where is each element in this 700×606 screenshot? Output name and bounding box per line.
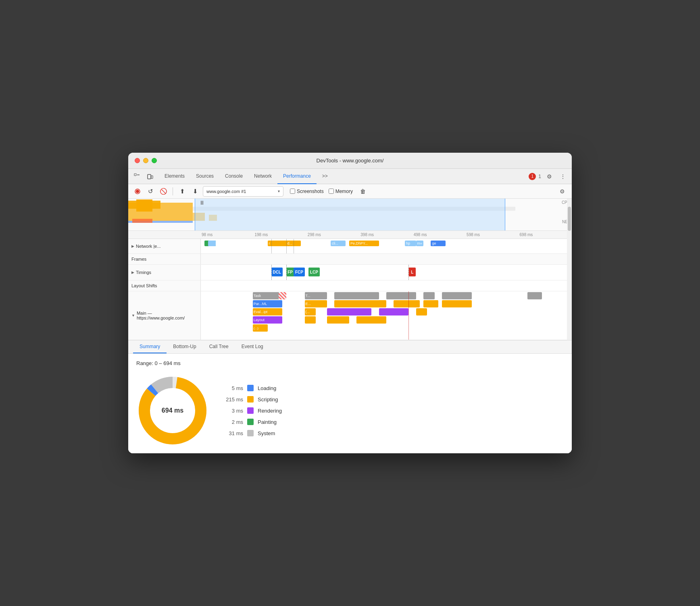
timing-lcp: LCP xyxy=(308,268,320,276)
network-track-content: r d... cli... Pe,DhPY... hp m= ge xyxy=(201,239,572,253)
frames-track-content xyxy=(201,254,572,264)
minimize-button[interactable] xyxy=(143,158,148,163)
memory-checkbox[interactable] xyxy=(329,189,334,194)
timing-dcl: DCL xyxy=(271,268,283,276)
network-track-label[interactable]: ▶ Network |e... xyxy=(128,239,201,253)
legend-rendering: 3 ms Rendering xyxy=(225,407,282,414)
task-gray-4 xyxy=(423,292,435,299)
timeline-container: ⏸ CPU NET 98 ms 198 ms 298 ms 398 ms 498… xyxy=(128,199,572,340)
legend-painting-swatch xyxy=(247,419,254,425)
tick-2: 298 ms xyxy=(307,232,360,237)
tab-console[interactable]: Console xyxy=(219,169,248,184)
tab-event-log[interactable]: Event Log xyxy=(235,340,270,353)
url-box: www.google.com #1 ▾ xyxy=(203,186,283,197)
tick-1: 198 ms xyxy=(254,232,306,237)
tick-0: 98 ms xyxy=(201,232,254,237)
network-bar-6: Pe,DhPY... xyxy=(349,241,379,246)
url-dropdown-arrow[interactable]: ▾ xyxy=(278,189,280,193)
network-label: Network |e... xyxy=(136,244,161,249)
svg-point-5 xyxy=(136,190,139,193)
tab-sources[interactable]: Sources xyxy=(190,169,219,184)
tab-bar-right: 1 1 ⚙ ⋮ xyxy=(529,171,569,182)
task-yellow-4 xyxy=(423,300,438,307)
tab-more[interactable]: >> xyxy=(317,169,333,184)
tab-performance[interactable]: Performance xyxy=(277,169,317,184)
task-gray-6 xyxy=(527,292,542,299)
record-button[interactable] xyxy=(132,186,143,197)
legend-scripting-label: Scripting xyxy=(258,396,278,403)
donut-chart: 694 ms xyxy=(136,374,209,447)
legend-loading-swatch xyxy=(247,385,254,391)
network-bar-8: m= xyxy=(416,241,423,246)
svg-rect-3 xyxy=(151,176,153,178)
legend-loading-value: 5 ms xyxy=(225,385,243,391)
inspect-icon[interactable] xyxy=(131,171,143,182)
maximize-button[interactable] xyxy=(152,158,157,163)
frames-track-row: Frames xyxy=(128,254,572,265)
memory-label: Memory xyxy=(335,189,353,194)
screenshots-label: Screenshots xyxy=(297,189,324,194)
legend-scripting: 215 ms Scripting xyxy=(225,396,282,403)
toolbar-right: ⚙ xyxy=(556,186,568,197)
timings-expand-arrow[interactable]: ▶ xyxy=(131,270,134,274)
main-track-label[interactable]: ▼ Main — https://www.google.com/ xyxy=(128,291,201,340)
timings-track-label[interactable]: ▶ Timings xyxy=(128,265,201,280)
title-bar: DevTools - www.google.com/ xyxy=(128,153,572,169)
main-expand-arrow[interactable]: ▼ xyxy=(131,313,135,318)
task-small-1 xyxy=(305,316,316,324)
download-button[interactable]: ⬇ xyxy=(190,186,200,197)
network-bar-2 xyxy=(208,241,215,246)
tick-6: 698 ms xyxy=(519,232,572,237)
timing-fp: FP xyxy=(286,268,294,276)
delete-recordings-button[interactable]: 🗑 xyxy=(358,186,368,197)
summary-panel: Range: 0 – 694 ms xyxy=(128,354,572,453)
timeline-scrollbar[interactable] xyxy=(567,199,572,340)
minimap-selection[interactable] xyxy=(195,199,505,230)
task-purple-1 xyxy=(327,308,371,315)
svg-rect-13 xyxy=(132,219,152,223)
upload-button[interactable]: ⬆ xyxy=(177,186,188,197)
task-yellow-5 xyxy=(442,300,472,307)
bottom-panel: Summary Bottom-Up Call Tree Event Log Ra… xyxy=(128,340,572,453)
legend: 5 ms Loading 215 ms Scripting 3 ms xyxy=(225,385,282,436)
timeline-scrollbar-thumb[interactable] xyxy=(568,207,571,231)
tab-call-tree[interactable]: Call Tree xyxy=(203,340,235,353)
time-ruler-content: 98 ms 198 ms 298 ms 398 ms 498 ms 598 ms… xyxy=(201,232,572,237)
tick-3: 398 ms xyxy=(360,232,412,237)
settings-icon[interactable]: ⚙ xyxy=(544,171,555,182)
pause-marker: ⏸ xyxy=(199,199,205,206)
tab-summary[interactable]: Summary xyxy=(133,340,167,353)
memory-checkbox-label[interactable]: Memory xyxy=(329,189,353,194)
network-expand-arrow[interactable]: ▶ xyxy=(131,244,134,248)
reload-record-button[interactable]: ↺ xyxy=(145,186,156,197)
tab-bottom-up[interactable]: Bottom-Up xyxy=(167,340,202,353)
screenshots-checkbox[interactable] xyxy=(290,189,295,194)
svg-rect-2 xyxy=(148,174,151,179)
tab-network[interactable]: Network xyxy=(248,169,277,184)
timings-label: Timings xyxy=(136,270,151,275)
task-small-3 xyxy=(356,316,386,324)
network-bar-7: hp xyxy=(405,241,416,246)
layout-track-content xyxy=(201,280,572,291)
screenshots-checkbox-label[interactable]: Screenshots xyxy=(290,189,324,194)
tick-5: 598 ms xyxy=(466,232,519,237)
tab-elements[interactable]: Elements xyxy=(159,169,190,184)
task-yellow-3 xyxy=(394,300,419,307)
timing-fcp: FCP xyxy=(294,268,305,276)
legend-rendering-swatch xyxy=(247,407,254,414)
perf-settings-icon[interactable]: ⚙ xyxy=(556,186,568,197)
clear-button[interactable]: 🚫 xyxy=(158,186,169,197)
device-toggle-icon[interactable] xyxy=(144,171,156,182)
legend-system-label: System xyxy=(258,430,275,436)
frames-track-label: Frames xyxy=(128,254,201,264)
task-gray-3 xyxy=(386,292,416,299)
close-button[interactable] xyxy=(135,158,140,163)
tab-bar: Elements Sources Console Network Perform… xyxy=(128,169,572,184)
more-options-icon[interactable]: ⋮ xyxy=(557,171,569,182)
frames-label: Frames xyxy=(131,257,146,261)
url-text: www.google.com #1 xyxy=(206,189,278,194)
legend-system-swatch xyxy=(247,430,254,436)
legend-painting-label: Painting xyxy=(258,419,277,425)
devtools-body: Elements Sources Console Network Perform… xyxy=(128,169,572,453)
network-bar-4: d... xyxy=(286,241,301,246)
